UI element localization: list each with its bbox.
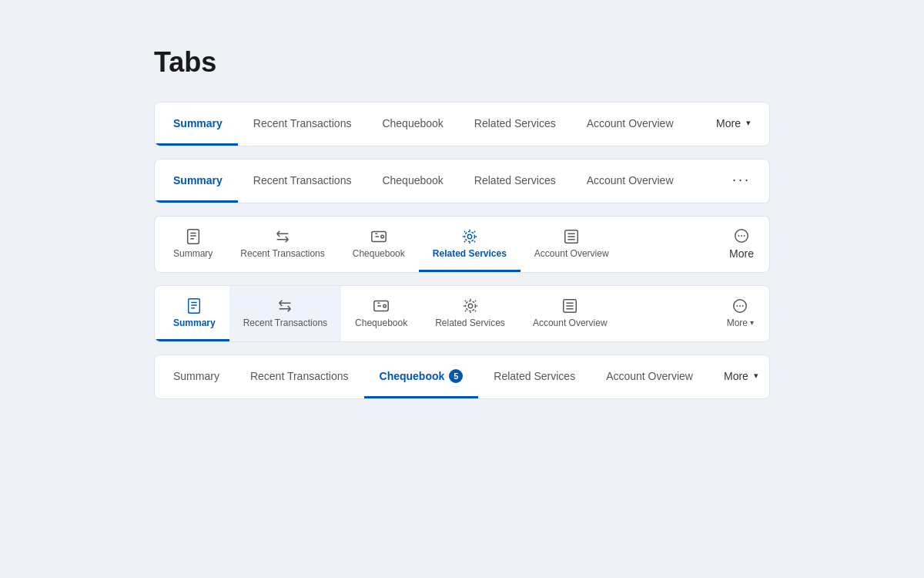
cheque-icon xyxy=(370,228,387,245)
tab-chequebook-r1[interactable]: Chequebook xyxy=(367,102,458,146)
tab-label: Summary xyxy=(173,248,213,259)
tab-icon-more-r3[interactable]: More xyxy=(715,217,769,272)
tabs-icon-row-3: Summary Recent Transactions Chequebook R… xyxy=(155,217,769,272)
tabs-row-1: Summary Recent Transactions Chequebook R… xyxy=(155,102,769,146)
more-label: More ▾ xyxy=(727,318,754,328)
more-label-r5: More xyxy=(724,370,748,382)
gear-icon xyxy=(462,297,479,314)
tab-label: Chequebook xyxy=(353,248,405,259)
transfer-icon xyxy=(274,228,291,245)
chevron-down-icon-r5: ▾ xyxy=(754,371,758,381)
tab-summary-r1[interactable]: Summary xyxy=(155,102,238,146)
list-icon xyxy=(561,297,578,314)
tab-more-r5[interactable]: More ▾ xyxy=(708,355,770,398)
circle-dots-icon xyxy=(732,297,748,314)
tab-recent-r1[interactable]: Recent Transactions xyxy=(238,102,367,146)
tab-label: Summary xyxy=(173,318,216,328)
tab-icon-summary-r4[interactable]: Summary xyxy=(155,286,229,341)
tab-icon-account-r4[interactable]: Account Overview xyxy=(519,286,621,341)
tab-summary-r2[interactable]: Summary xyxy=(155,160,238,203)
tab-label: Account Overview xyxy=(534,248,609,259)
tab-related-r1[interactable]: Related Services xyxy=(459,102,571,146)
tab-account-r5[interactable]: Account Overview xyxy=(591,355,708,398)
cheque-icon xyxy=(373,297,390,314)
tab-summary-r5[interactable]: Summary xyxy=(155,355,235,398)
tab-label: Recent Transactions xyxy=(243,318,327,328)
tab-icon-chequebook-r3[interactable]: Chequebook xyxy=(339,217,419,272)
list-icon xyxy=(563,228,580,245)
gear-icon xyxy=(461,228,478,245)
tab-icon-recent-r3[interactable]: Recent Transactions xyxy=(226,217,338,272)
tab-account-r2[interactable]: Account Overview xyxy=(571,160,689,203)
transfer-icon xyxy=(276,297,293,314)
tab-related-r5[interactable]: Related Services xyxy=(478,355,591,398)
tab-card-2: Summary Recent Transactions Chequebook R… xyxy=(154,159,770,203)
tab-icon-chequebook-r4[interactable]: Chequebook xyxy=(341,286,421,341)
chequebook-badge: 5 xyxy=(449,369,463,383)
tab-label: Recent Transactions xyxy=(240,248,324,259)
tab-recent-r5[interactable]: Recent Transactions xyxy=(235,355,364,398)
more-label: More xyxy=(729,247,754,260)
tab-dots-r2[interactable]: ··· xyxy=(717,160,769,203)
tab-chequebook-r5[interactable]: Chequebook 5 xyxy=(364,355,479,398)
tab-card-3: Summary Recent Transactions Chequebook R… xyxy=(154,216,770,273)
tabs-row-5: Summary Recent Transactions Chequebook 5… xyxy=(155,355,769,398)
tab-card-4: Summary Recent Transactions Chequebook R… xyxy=(154,285,770,342)
tab-recent-r2[interactable]: Recent Transactions xyxy=(238,160,367,203)
tabs-row-2: Summary Recent Transactions Chequebook R… xyxy=(155,160,769,203)
tab-more-r1[interactable]: More ▾ xyxy=(701,102,769,146)
tab-card-5: Summary Recent Transactions Chequebook 5… xyxy=(154,355,770,399)
tab-card-1: Summary Recent Transactions Chequebook R… xyxy=(154,102,770,146)
tabs-icon-row-4: Summary Recent Transactions Chequebook R… xyxy=(155,286,769,341)
tab-icon-summary-r3[interactable]: Summary xyxy=(155,217,226,272)
tab-icon-more-r4[interactable]: More ▾ xyxy=(713,286,769,341)
page-container: Tabs Summary Recent Transactions Chequeb… xyxy=(0,0,924,458)
tab-account-r1[interactable]: Account Overview xyxy=(571,102,689,146)
doc-icon xyxy=(185,228,202,245)
tab-icon-account-r3[interactable]: Account Overview xyxy=(521,217,623,272)
circle-dots-icon xyxy=(733,227,750,244)
page-title: Tabs xyxy=(154,46,770,79)
tab-icon-recent-r4[interactable]: Recent Transactions xyxy=(229,286,341,341)
more-label-r1: More xyxy=(716,117,741,129)
tab-related-r2[interactable]: Related Services xyxy=(459,160,571,203)
tab-label: Chequebook xyxy=(355,318,407,328)
chevron-down-icon-r1: ▾ xyxy=(746,118,751,128)
tab-label: Related Services xyxy=(433,248,507,259)
tab-icon-related-r3[interactable]: Related Services xyxy=(419,217,521,272)
tab-chequebook-r2[interactable]: Chequebook xyxy=(367,160,458,203)
tab-label: Related Services xyxy=(435,318,505,328)
tab-label: Account Overview xyxy=(533,318,608,328)
doc-icon xyxy=(186,297,203,314)
tab-icon-related-r4[interactable]: Related Services xyxy=(421,286,519,341)
